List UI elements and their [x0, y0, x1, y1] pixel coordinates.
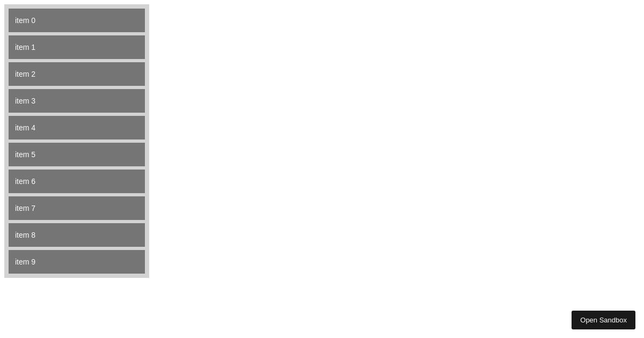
- list-item-3[interactable]: item 3: [9, 89, 145, 113]
- list-item-2[interactable]: item 2: [9, 62, 145, 86]
- list-item-8[interactable]: item 8: [9, 223, 145, 247]
- list-item-6[interactable]: item 6: [9, 170, 145, 193]
- list-item-5[interactable]: item 5: [9, 143, 145, 166]
- list-item-9[interactable]: item 9: [9, 250, 145, 274]
- list-item-4[interactable]: item 4: [9, 116, 145, 139]
- list-container: item 0item 1item 2item 3item 4item 5item…: [4, 4, 149, 278]
- list-item-7[interactable]: item 7: [9, 196, 145, 220]
- open-sandbox-button[interactable]: Open Sandbox: [572, 311, 635, 329]
- list-item-0[interactable]: item 0: [9, 9, 145, 32]
- list-item-1[interactable]: item 1: [9, 35, 145, 59]
